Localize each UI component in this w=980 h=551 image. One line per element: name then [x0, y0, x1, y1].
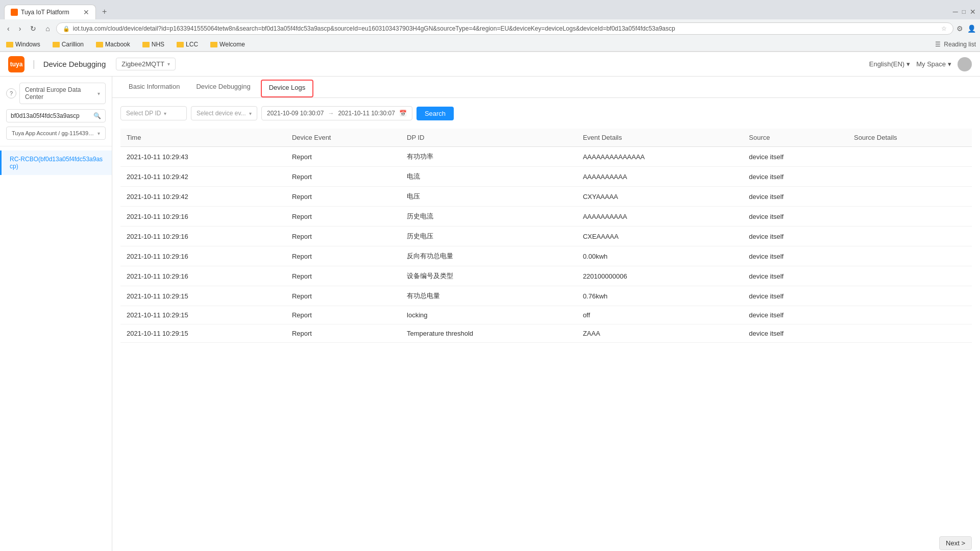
tuya-logo: tuya [8, 56, 24, 72]
browser-chrome: Tuya IoT Platform ✕ + ─ □ ✕ ‹ › ↻ ⌂ 🔒 io… [0, 0, 980, 52]
cell-2: 有功总电量 [401, 286, 577, 306]
cell-1: Report [286, 266, 401, 286]
myspace-label: My Space [916, 60, 946, 68]
new-tab-button[interactable]: + [96, 4, 113, 19]
cell-1: Report [286, 246, 401, 266]
calendar-icon: 📅 [399, 110, 407, 117]
cell-1: Report [286, 207, 401, 227]
device-event-dropdown[interactable]: Select device ev... ▾ [191, 106, 257, 120]
tab-device-logs[interactable]: Device Logs [261, 80, 314, 97]
home-button[interactable]: ⌂ [42, 23, 53, 34]
my-space-button[interactable]: My Space ▾ [916, 60, 951, 68]
next-button[interactable]: Next > [939, 536, 972, 550]
bookmark-carillion[interactable]: Carillion [51, 40, 86, 49]
next-label: Next > [946, 539, 965, 547]
back-button[interactable]: ‹ [4, 23, 13, 34]
col-event-details: Event Details [577, 129, 743, 147]
minimize-button[interactable]: ─ [953, 8, 958, 16]
tab-device-debugging[interactable]: Device Debugging [188, 77, 258, 97]
date-end: 2021-10-11 10:30:07 [338, 110, 395, 117]
logo-text: tuya [10, 61, 23, 68]
maximize-button[interactable]: □ [962, 8, 966, 15]
cell-3: 0.00kwh [577, 246, 743, 266]
cell-3: AAAAAAAAAA [577, 207, 743, 227]
device-search-box[interactable]: 🔍 [6, 109, 106, 122]
cell-3: 0.76kwh [577, 286, 743, 306]
table-row: 2021-10-11 10:29:16Report设备编号及类型22010000… [120, 266, 972, 286]
address-bar[interactable]: 🔒 iot.tuya.com/cloud/device/detail?id=p1… [56, 22, 953, 35]
cell-4: device itself [743, 147, 848, 167]
bookmark-star-icon[interactable]: ☆ [941, 25, 947, 32]
close-window-button[interactable]: ✕ [970, 8, 976, 16]
col-device-event: Device Event [286, 129, 401, 147]
chevron-down-icon: ▾ [164, 111, 166, 116]
dp-id-dropdown[interactable]: Select DP ID ▾ [120, 106, 187, 120]
cell-2: 电压 [401, 187, 577, 207]
bookmark-windows[interactable]: Windows [4, 40, 42, 49]
cell-4: device itself [743, 187, 848, 207]
header-right: English(EN) ▾ My Space ▾ [869, 57, 972, 71]
language-selector[interactable]: English(EN) ▾ [869, 60, 910, 68]
sidebar-top: ? Central Europe Data Center ▾ 🔍 Tuya Ap… [0, 83, 112, 146]
page-title: Device Debugging [43, 60, 106, 68]
reload-button[interactable]: ↻ [27, 23, 39, 34]
cell-0: 2021-10-11 10:29:43 [120, 147, 286, 167]
sidebar-item-device[interactable]: RC-RCBO(bf0d13a05f4fdc53a9ascp) [0, 151, 112, 175]
toolbar-icons: ⚙ 👤 [957, 24, 976, 33]
cell-5 [848, 207, 972, 227]
bookmark-label: NHS [152, 41, 164, 48]
url-text: iot.tuya.com/cloud/device/detail?id=p163… [73, 25, 938, 32]
app-header: tuya | Device Debugging Zigbee2MQTT ▾ En… [0, 52, 980, 77]
cell-5 [848, 286, 972, 306]
bookmark-label: Welcome [219, 41, 245, 48]
tab-close-button[interactable]: ✕ [83, 8, 89, 16]
cell-0: 2021-10-11 10:29:16 [120, 266, 286, 286]
browser-tab[interactable]: Tuya IoT Platform ✕ [4, 5, 96, 19]
reading-list-button[interactable]: ☰ Reading list [935, 41, 976, 48]
bookmark-label: Windows [15, 41, 40, 48]
extensions-icon[interactable]: ⚙ [957, 24, 963, 33]
forward-button[interactable]: › [16, 23, 24, 34]
bookmark-nhs[interactable]: NHS [140, 40, 166, 49]
cell-3: ZAAA [577, 324, 743, 343]
help-icon[interactable]: ? [6, 88, 16, 98]
search-button[interactable]: Search [416, 107, 454, 120]
pagination-row: Next > [112, 528, 980, 551]
bookmark-lcc[interactable]: LCC [175, 40, 200, 49]
device-search-input[interactable] [11, 112, 90, 119]
device-type-dropdown[interactable]: Zigbee2MQTT ▾ [116, 58, 176, 70]
cell-2: 历史电流 [401, 207, 577, 227]
cell-4: device itself [743, 167, 848, 187]
dp-id-placeholder: Select DP ID [126, 110, 161, 117]
region-selector[interactable]: Central Europe Data Center ▾ [19, 83, 106, 104]
table-row: 2021-10-11 10:29:43Report有功功率AAAAAAAAAAA… [120, 147, 972, 167]
user-avatar[interactable] [958, 57, 972, 71]
account-selector[interactable]: Tuya App Account / gg-11543994041... ▾ [6, 127, 106, 140]
bookmark-macbook[interactable]: Macbook [94, 40, 132, 49]
tab-basic-information[interactable]: Basic Information [120, 77, 188, 97]
sidebar: ? Central Europe Data Center ▾ 🔍 Tuya Ap… [0, 77, 112, 551]
cell-4: device itself [743, 207, 848, 227]
app-body: ? Central Europe Data Center ▾ 🔍 Tuya Ap… [0, 77, 980, 551]
col-source-details: Source Details [848, 129, 972, 147]
col-time: Time [120, 129, 286, 147]
cell-3: CXEAAAAA [577, 227, 743, 246]
cell-2: 反向有功总电量 [401, 246, 577, 266]
cell-0: 2021-10-11 10:29:16 [120, 227, 286, 246]
table-header-row: Time Device Event DP ID Event Details So… [120, 129, 972, 147]
cell-5 [848, 266, 972, 286]
region-label: Central Europe Data Center [25, 86, 94, 101]
cell-0: 2021-10-11 10:29:16 [120, 207, 286, 227]
date-start: 2021-10-09 10:30:07 [267, 110, 324, 117]
cell-2: 有功功率 [401, 147, 577, 167]
profile-icon[interactable]: 👤 [967, 24, 976, 33]
bookmark-welcome[interactable]: Welcome [208, 40, 247, 49]
bookmarks-bar: Windows Carillion Macbook NHS LCC Welcom… [0, 38, 980, 52]
folder-icon [142, 42, 150, 47]
cell-4: device itself [743, 306, 848, 324]
col-dp-id: DP ID [401, 129, 577, 147]
cell-4: device itself [743, 227, 848, 246]
cell-1: Report [286, 306, 401, 324]
date-range-picker[interactable]: 2021-10-09 10:30:07 → 2021-10-11 10:30:0… [261, 106, 412, 120]
chevron-down-icon: ▾ [97, 131, 100, 136]
